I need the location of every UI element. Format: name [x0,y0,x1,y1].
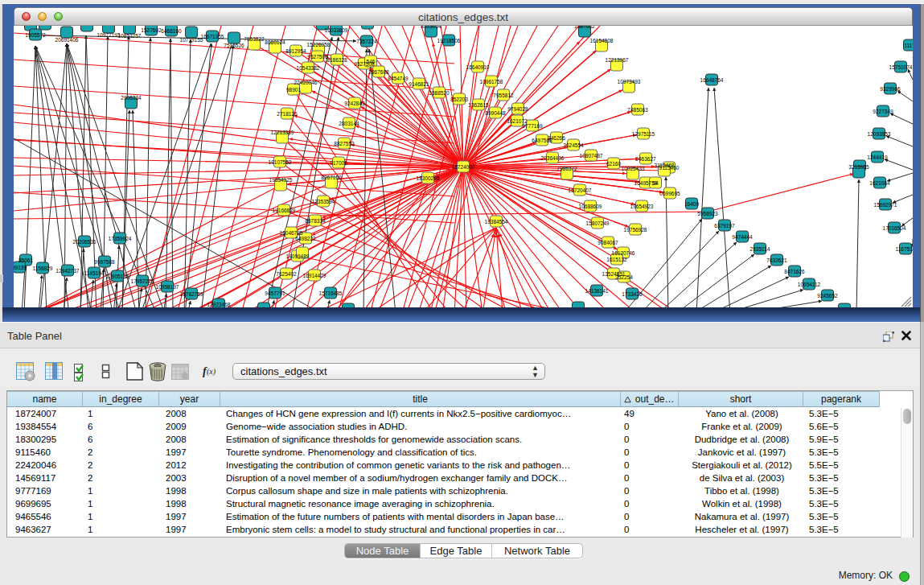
svg-text:15716485: 15716485 [319,290,343,296]
svg-text:16671355: 16671355 [201,34,224,39]
svg-text:15720407: 15720407 [569,187,592,193]
svg-text:2867608: 2867608 [368,69,389,75]
svg-text:12975115: 12975115 [632,131,655,137]
svg-text:15751074: 15751074 [889,64,913,70]
svg-text:12093853: 12093853 [868,131,891,137]
svg-text:2935114: 2935114 [750,246,770,252]
svg-text:10688609: 10688609 [579,204,602,209]
svg-text:2905334: 2905334 [121,95,142,101]
svg-text:8878334: 8878334 [305,218,326,224]
svg-text:10654112: 10654112 [798,282,821,287]
svg-text:8454749: 8454749 [388,76,409,81]
svg-text:12923468: 12923468 [207,302,231,307]
svg-text:9463627: 9463627 [635,156,656,162]
svg-text:10853257: 10853257 [118,33,142,39]
svg-text:14099489: 14099489 [286,253,310,259]
svg-text:1167533: 1167533 [896,246,913,252]
svg-text:252254: 252254 [615,274,633,280]
svg-text:20206536: 20206536 [73,239,97,245]
svg-text:10543382: 10543382 [297,65,320,71]
svg-text:1615132: 1615132 [606,257,627,262]
svg-text:9084067: 9084067 [598,240,618,245]
svg-text:1733426: 1733426 [622,291,643,297]
svg-text:17359924: 17359924 [109,236,132,241]
svg-text:8660124: 8660124 [265,39,285,45]
svg-text:10025433: 10025433 [622,166,645,171]
svg-text:12213967: 12213967 [606,57,629,63]
svg-text:19756928: 19756928 [624,227,647,233]
svg-text:39139: 39139 [14,265,27,270]
svg-text:20364436: 20364436 [541,155,565,161]
svg-text:17016504: 17016504 [883,225,906,231]
svg-text:9227349: 9227349 [873,109,893,114]
svg-text:10807487: 10807487 [580,153,603,159]
svg-text:1588520: 1588520 [429,90,450,96]
svg-text:746266: 746266 [548,135,565,141]
svg-text:14136141: 14136141 [585,288,609,294]
svg-text:1621064: 1621064 [869,180,890,186]
svg-text:19654925: 19654925 [269,177,293,183]
svg-text:9997588: 9997588 [94,259,115,265]
svg-text:10977193: 10977193 [97,32,121,38]
svg-text:8827552: 8827552 [334,141,355,146]
svg-text:3113468: 3113468 [655,163,675,168]
svg-text:8267150: 8267150 [321,175,342,180]
svg-text:2718126: 2718126 [277,111,298,117]
svg-text:16914479: 16914479 [303,273,326,278]
svg-text:18724007: 18724007 [452,164,475,170]
svg-text:16046795: 16046795 [280,230,303,236]
svg-text:8471626: 8471626 [784,269,805,274]
svg-text:1362615: 1362615 [468,102,489,108]
svg-text:5958923: 5958923 [697,211,718,216]
svg-text:98901: 98901 [286,87,301,93]
svg-text:9794028: 9794028 [507,106,528,112]
svg-text:8912954: 8912954 [285,48,306,54]
svg-text:6498222: 6498222 [295,236,316,241]
svg-text:852203: 852203 [450,97,468,102]
svg-text:1156829: 1156829 [33,266,53,271]
svg-text:04: 04 [652,180,659,186]
svg-text:1905572: 1905572 [25,32,46,38]
svg-text:16120746: 16120746 [612,250,635,256]
svg-text:1527602: 1527602 [141,27,162,33]
svg-text:16782759: 16782759 [180,291,203,297]
svg-text:19218506: 19218506 [437,38,461,43]
svg-text:2803144: 2803144 [339,121,359,126]
svg-text:7357224: 7357224 [356,39,377,44]
svg-text:8186328: 8186328 [326,57,347,63]
svg-text:546: 546 [367,59,376,64]
svg-text:15807249: 15807249 [586,220,610,226]
svg-text:10107552: 10107552 [269,159,292,165]
svg-text:7663822: 7663822 [244,36,265,42]
svg-text:16640910: 16640910 [466,64,490,70]
svg-text:12942737: 12942737 [56,268,80,274]
svg-text:10961758: 10961758 [480,79,503,84]
svg-text:9146821: 9146821 [409,81,429,87]
svg-text:12353594: 12353594 [312,199,335,204]
svg-text:85061: 85061 [18,257,33,263]
svg-text:7625402: 7625402 [276,271,297,277]
svg-text:1244419: 1244419 [867,154,888,160]
svg-text:3624554: 3624554 [563,142,584,148]
svg-text:1117: 1117 [904,43,913,48]
svg-text:9527506: 9527506 [307,54,328,60]
svg-text:(x): (x) [207,367,216,377]
svg-text:19384554: 19384554 [485,219,508,225]
svg-text:18300295: 18300295 [417,175,440,181]
svg-text:7515526: 7515526 [224,43,244,48]
svg-text:16409: 16409 [684,201,699,207]
svg-text:12905135: 12905135 [106,274,129,279]
svg-text:9777169: 9777169 [522,123,543,129]
svg-text:16033809: 16033809 [325,27,348,33]
svg-text:7986372: 7986372 [556,166,577,171]
svg-text:3215955: 3215955 [848,164,869,170]
svg-text:10973493: 10973493 [618,79,641,84]
svg-text:7955812: 7955812 [493,93,514,98]
svg-text:2887682: 2887682 [574,26,595,29]
svg-text:20691406: 20691406 [55,37,79,43]
svg-text:7632621: 7632621 [766,257,787,263]
svg-text:7485063: 7485063 [627,107,648,113]
svg-text:9474444: 9474444 [732,234,753,240]
svg-text:10958197: 10958197 [156,284,179,290]
svg-text:12213389: 12213389 [271,130,294,135]
